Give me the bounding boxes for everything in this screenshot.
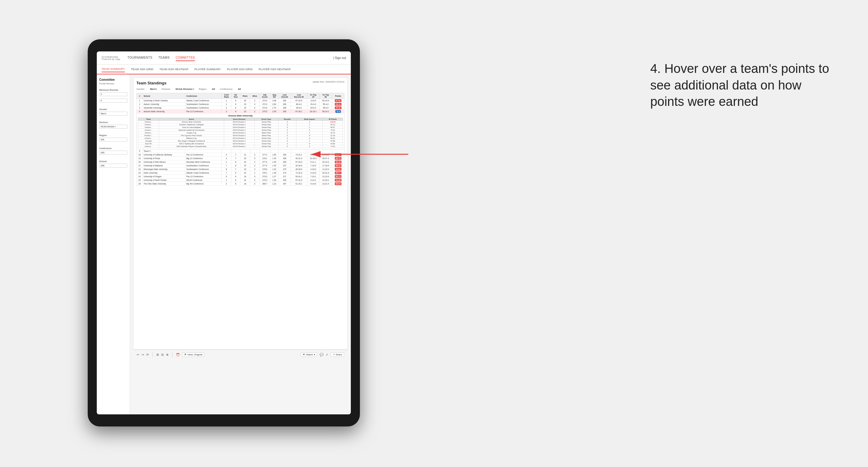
cell-adj-score: 280.7 [259, 182, 270, 186]
col-conf-rank: ConfRank [222, 93, 231, 99]
table-row-highlighted[interactable]: 4 Arizona State University Pac-12 Confer… [137, 110, 344, 114]
cell-adj-score: 279.3 [259, 175, 270, 179]
col-adj-score: AdjScore [259, 93, 270, 99]
cell-low-overall: 267 [279, 182, 291, 186]
undo-icon[interactable]: ↩ [137, 353, 139, 356]
cell-points[interactable]: 88.70 [332, 157, 344, 160]
cell-vs-top50: 55-4-0 [319, 102, 332, 106]
toolbar-separator [152, 352, 153, 357]
cell-wins: 2 [250, 164, 259, 167]
cell-vs-top50: 25-19-0 [319, 153, 332, 157]
cell-points[interactable]: 93.31 [332, 102, 344, 106]
division-select[interactable]: NCAA Division I [99, 125, 127, 129]
cell-low-overall: 262 [279, 99, 291, 102]
cell-points[interactable]: 80.94 [332, 182, 344, 186]
grid-icon[interactable]: ⊟ [161, 353, 164, 356]
cell-points[interactable]: 88.14 [332, 175, 344, 179]
region-select[interactable]: N/A [99, 137, 127, 142]
tooltip-data-row: Univers...National Invitational Tourname… [138, 129, 343, 131]
cell-wins: 2 [250, 160, 259, 164]
cell-avg-sg: 1.50 [270, 160, 279, 164]
cell-tours: 6 [231, 164, 240, 167]
cell-points[interactable]: 83.89 [332, 179, 344, 182]
col-conference: Conference [185, 93, 222, 99]
nav-committee[interactable]: COMMITTEE [176, 55, 195, 61]
cell-points[interactable]: 90.32 [332, 106, 344, 110]
table-row[interactable]: 24 University of Oregon Pac-12 Conferenc… [137, 175, 344, 179]
tablet-device: SCOREBOARD Powered by clipp TOURNAMENTS … [88, 39, 360, 427]
tab-team-h2h-heatmap[interactable]: TEAM H2H HEATMAP [159, 66, 188, 72]
nav-tournaments[interactable]: TOURNAMENTS [127, 55, 152, 61]
comment-icon[interactable]: 💬 [320, 353, 323, 356]
tooltip-row: Arizona State University Team Event Even… [137, 114, 344, 149]
conference-select[interactable]: (All) [99, 151, 127, 155]
cell-points[interactable] [332, 149, 344, 153]
table-row[interactable]: 21 University of Alabama Southeastern Co… [137, 164, 344, 167]
cell-points[interactable]: 88.43 [332, 164, 344, 167]
table-row[interactable]: 19 University of Texas Big 12 Conference… [137, 157, 344, 160]
cell-adj-score: 279.3 [259, 179, 270, 182]
tab-player-summary[interactable]: PLAYER SUMMARY [194, 66, 221, 72]
cell-low-record: 87-25-1 [291, 110, 307, 114]
cell-vs-top25: 5-11-1 [307, 160, 319, 164]
copy-icon[interactable]: ⊞ [156, 353, 159, 356]
col-school: School [143, 93, 185, 99]
min-rounds-input2[interactable] [99, 99, 127, 102]
cell-points[interactable]: 88.71 [332, 171, 344, 175]
cell-wins: 0 [250, 167, 259, 171]
tab-team-h2h-grid[interactable]: TEAM H2H GRID [131, 66, 153, 72]
logo-text: SCOREBOARD [102, 56, 120, 58]
watch-button[interactable]: 👁 Watch ▾ [301, 352, 317, 357]
table-row[interactable]: 22 Mississippi State University Southeas… [137, 167, 344, 171]
cell-vs-top25 [307, 149, 319, 153]
redo-icon[interactable]: ↪ [142, 353, 144, 356]
table-row[interactable]: 5 Texas T... [137, 149, 344, 153]
cell-low-overall: 265 [279, 110, 291, 114]
table-row[interactable]: 2 Auburn University Southeastern Confere… [137, 102, 344, 106]
school-select[interactable]: (All) [99, 164, 127, 167]
expand-icon[interactable]: ⤢ [326, 353, 328, 356]
col-rnds: Rnds [240, 93, 250, 99]
cell-tours: 9 [231, 99, 240, 102]
cell-tours: 6 [231, 175, 240, 179]
cell-rnds: 19 [240, 106, 250, 110]
share-button[interactable]: ↗ Share [331, 352, 344, 357]
cell-conf-rank: 7 [222, 171, 231, 175]
refresh-icon[interactable]: ⟳ [146, 353, 149, 356]
min-rounds-input[interactable] [99, 92, 127, 96]
tab-player-h2h-heatmap[interactable]: PLAYER H2H HEATMAP [258, 66, 291, 72]
table-row[interactable]: 3 Vanderbilt University Southeastern Con… [137, 106, 344, 110]
gender-select[interactable]: Men's [99, 112, 127, 116]
cell-conf-rank: 1 [222, 179, 231, 182]
table-row[interactable]: 20 University of New Mexico Mountain Wes… [137, 160, 344, 164]
cell-avg-sg: 1.27 [270, 175, 279, 179]
cell-points[interactable]: 83.81 [332, 167, 344, 171]
tab-player-h2h-grid[interactable]: PLAYER H2H GRID [227, 66, 252, 72]
cell-points[interactable]: 88.49 [332, 160, 344, 164]
view-original-button[interactable]: 👁 View: Original [182, 352, 205, 357]
filter-division-value: NCAA Division I [176, 88, 194, 90]
cell-conf-rank: 1 [222, 99, 231, 102]
table-row[interactable]: 1 University of North Carolina Atlantic … [137, 99, 344, 102]
cell-vs-top25: 13-9-0 [307, 99, 319, 102]
app-logo: SCOREBOARD Powered by clipp [102, 56, 120, 60]
filter-conference-value: All [238, 88, 241, 90]
sign-out-button[interactable]: | Sign out [333, 56, 346, 60]
standings-table: # School Conference ConfRank NoTour Rnds… [136, 93, 344, 186]
cell-vs-top50: 11-23-0 [319, 167, 332, 171]
cell-points[interactable]: 79.5 [332, 110, 344, 114]
clock-icon[interactable]: ⏰ [176, 353, 180, 356]
table-row[interactable]: 26 The Ohio State University Big Ten Con… [137, 182, 344, 186]
nav-teams[interactable]: TEAMS [158, 55, 170, 61]
cell-points[interactable]: 88.07 [332, 153, 344, 157]
cell-wins [250, 149, 259, 153]
table-row[interactable]: 25 University of North Florida ASUN Conf… [137, 179, 344, 182]
settings-icon[interactable]: ⊕ [166, 353, 168, 356]
sidebar-region: Region N/A [99, 134, 127, 144]
cell-points[interactable]: 97.02 [332, 99, 344, 102]
tab-team-summary[interactable]: TEAM SUMMARY [102, 66, 125, 72]
table-row[interactable]: 23 Duke University Atlantic Coast Confer… [137, 171, 344, 175]
table-row[interactable]: 18 University of California, Berkeley Pa… [137, 153, 344, 157]
cell-low-overall: 269 [279, 179, 291, 182]
share-icon: ↗ [333, 353, 335, 356]
